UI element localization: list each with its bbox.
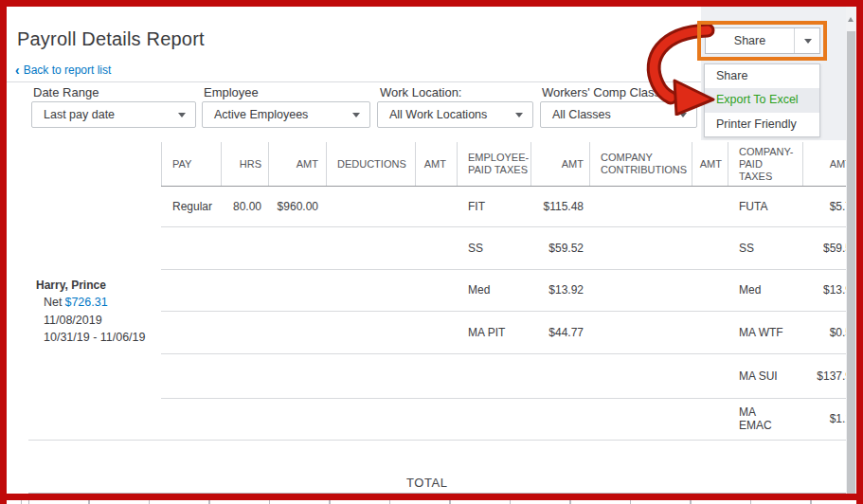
table-cell: $13.9 <box>802 269 852 311</box>
menu-item-printer-friendly[interactable]: Printer Friendly <box>705 113 819 136</box>
table-cell: SS <box>457 226 530 269</box>
work-location-label: Work Location: <box>380 85 461 99</box>
scroll-up-icon <box>848 17 854 22</box>
annotation-frame-left <box>0 0 7 504</box>
table-cell: FIT <box>457 186 530 226</box>
annotation-frame-top <box>0 0 863 7</box>
menu-item-export-to-excel[interactable]: Export To Excel <box>705 88 819 112</box>
share-menu: Share Export To Excel Printer Friendly <box>704 63 820 137</box>
table-cell: MA EMAC <box>728 398 802 440</box>
back-to-report-list-link[interactable]: ‹Back to report list <box>15 63 111 78</box>
table-cell: $115.48 <box>530 186 589 226</box>
table-cell: SS <box>728 226 802 269</box>
employee-filter-label: Employee <box>204 85 259 99</box>
scroll-up-button[interactable] <box>846 7 856 31</box>
table-cell: $59.5 <box>802 226 852 269</box>
chevron-left-icon: ‹ <box>15 63 20 78</box>
column-header: AMT <box>415 142 457 186</box>
table-cell: $44.77 <box>530 311 589 353</box>
table-cell: $137.9 <box>802 353 852 398</box>
column-header: DEDUCTIONS <box>326 142 415 186</box>
workers-comp-class-dropdown[interactable]: All Classes <box>540 101 697 128</box>
table-cell: $59.52 <box>530 226 589 269</box>
vertical-scrollbar[interactable] <box>846 7 856 494</box>
column-header: HRS <box>221 142 268 186</box>
column-header: AMT <box>692 142 728 186</box>
column-header: PAY <box>161 142 221 186</box>
caret-down-icon <box>352 113 360 117</box>
workers-comp-class-label: Workers' Comp Class: <box>542 85 664 99</box>
column-header: AMT <box>268 142 326 186</box>
table-cell: 80.00 <box>221 186 268 226</box>
clipped-total-row-sliver <box>7 500 856 504</box>
table-cell: $1.1 <box>802 398 852 440</box>
table-cell: FUTA <box>728 186 802 226</box>
annotation-frame-bottom <box>7 494 856 500</box>
menu-item-share[interactable]: Share <box>705 64 819 88</box>
work-location-dropdown[interactable]: All Work Locations <box>377 101 533 128</box>
net-amount-link[interactable]: $726.31 <box>64 296 107 309</box>
table-cell: Med <box>457 269 530 311</box>
employee-dropdown[interactable]: Active Employees <box>202 101 370 128</box>
scrollbar-thumb[interactable] <box>847 31 855 494</box>
column-header: EMPLOYEE-PAID TAXES <box>457 142 530 186</box>
employee-pay-period: 10/31/19 - 11/06/19 <box>44 331 146 344</box>
total-label: TOTAL <box>406 476 448 490</box>
date-range-label: Date Range <box>33 85 99 99</box>
table-cell: MA PIT <box>457 311 530 353</box>
table-cell: $0.5 <box>802 311 852 353</box>
column-header: COMPANY CONTRIBUTIONS <box>589 142 692 186</box>
share-button[interactable]: Share <box>705 27 820 54</box>
employee-net-pay: Net$726.31 <box>44 296 108 309</box>
table-cell: MA WTF <box>728 311 802 353</box>
table-cell: $13.92 <box>530 269 589 311</box>
page-title: Payroll Details Report <box>17 28 205 50</box>
table-cell: MA SUI <box>728 353 802 398</box>
table-cell: $960.00 <box>268 186 326 226</box>
employee-check-date: 11/08/2019 <box>44 314 102 327</box>
payroll-report-window: Payroll Details Report ‹Back to report l… <box>0 0 863 504</box>
column-header: COMPANY-PAID TAXES <box>728 142 802 186</box>
caret-down-icon <box>178 113 186 117</box>
caret-down-icon <box>804 39 812 44</box>
caret-down-icon <box>515 113 523 117</box>
column-header: AMT <box>802 142 852 186</box>
table-cell: Regular <box>161 186 221 226</box>
date-range-dropdown[interactable]: Last pay date <box>31 101 196 128</box>
caret-down-icon <box>679 113 687 117</box>
table-cell: $5.7 <box>802 186 852 226</box>
table-cell: Med <box>728 269 802 311</box>
column-header: AMT <box>530 142 589 186</box>
employee-name: Harry, Prince <box>36 279 106 292</box>
row-divider <box>28 440 856 441</box>
annotation-frame-right <box>856 0 863 504</box>
